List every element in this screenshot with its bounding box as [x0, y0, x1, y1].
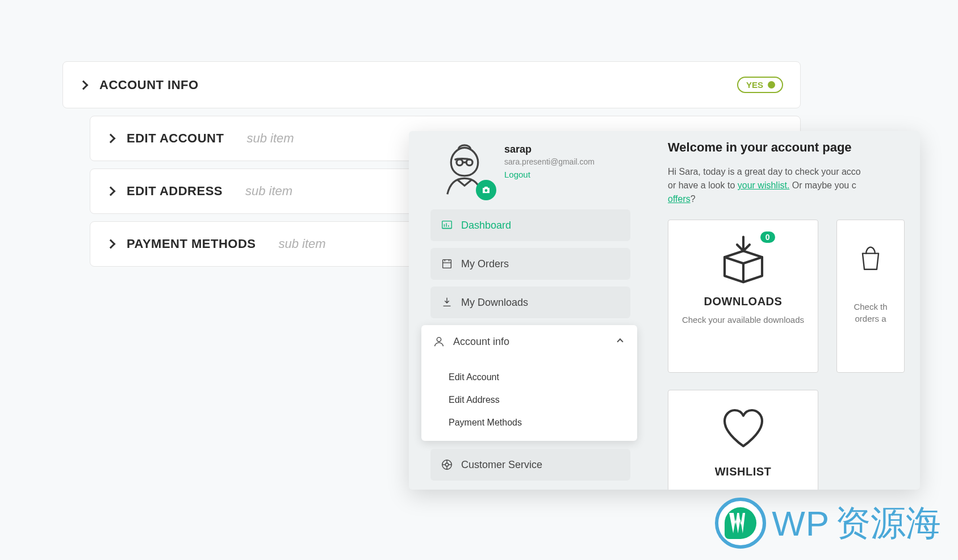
config-sub-title: PAYMENT METHODS	[127, 237, 256, 251]
logout-link[interactable]: Logout	[504, 170, 595, 179]
sidebar-item-label: My Orders	[461, 258, 509, 270]
sidebar-item-orders[interactable]: My Orders	[430, 248, 630, 280]
heart-icon	[718, 404, 768, 454]
config-sub-title: EDIT ACCOUNT	[127, 131, 224, 146]
card-sub: Check your available downloads	[682, 314, 804, 326]
profile-name: sarap	[504, 144, 595, 155]
welcome-title: Welcome in your account page	[668, 140, 918, 155]
svg-rect-9	[443, 260, 451, 268]
card-orders[interactable]: Check th orders a	[836, 220, 905, 373]
sub-item-suffix: sub item	[246, 131, 294, 146]
download-icon	[441, 296, 453, 309]
sub-item-suffix: sub item	[245, 184, 292, 199]
profile-email: sara.presenti@gmail.com	[504, 157, 595, 166]
card-wishlist-icon-wrap	[718, 404, 768, 456]
chevron-right-icon	[106, 187, 116, 196]
card-downloads[interactable]: 0 DOWNLOADS Check your available downloa…	[668, 220, 818, 373]
welcome-line1: Hi Sara, today is a great day to check y…	[668, 167, 861, 176]
sidebar-item-dashboard[interactable]: Dashboard	[430, 209, 630, 241]
sidebar-item-downloads[interactable]: My Downloads	[430, 287, 630, 318]
wishlist-link[interactable]: your wishlist.	[738, 180, 790, 190]
status-dot-icon	[768, 81, 775, 89]
card-title: WISHLIST	[715, 465, 772, 478]
welcome-qmark: ?	[691, 194, 696, 204]
bag-icon	[856, 234, 885, 284]
svg-point-0	[457, 159, 463, 166]
sidebar-item-label: Dashboard	[461, 220, 511, 231]
svg-point-12	[445, 463, 449, 466]
config-sub-left: EDIT ACCOUNT sub item	[107, 131, 294, 146]
submenu-payment-methods[interactable]: Payment Methods	[449, 411, 626, 434]
chevron-right-icon	[106, 134, 116, 144]
sidebar-item-account-info[interactable]: Account info Edit Account Edit Address P…	[421, 325, 637, 441]
sub-item-suffix: sub item	[279, 237, 326, 251]
sidebar-item-customer-service[interactable]: Customer Service	[430, 449, 630, 481]
sidebar-item-label: Customer Service	[461, 459, 542, 471]
svg-point-3	[485, 189, 488, 192]
chevron-right-icon	[79, 80, 89, 90]
config-sub-left: EDIT ADDRESS sub item	[107, 184, 292, 199]
svg-point-10	[437, 338, 441, 342]
submenu-edit-account[interactable]: Edit Account	[449, 366, 626, 389]
config-main-row[interactable]: ACCOUNT INFO YES	[62, 61, 801, 108]
card-orders-icon-wrap	[856, 234, 885, 286]
chevron-up-icon	[617, 338, 623, 344]
wp-logo-icon	[715, 498, 766, 549]
watermark-cn: 资源海	[835, 499, 941, 547]
avatar[interactable]	[434, 138, 495, 199]
welcome-text: Hi Sara, today is a great day to check y…	[668, 165, 918, 206]
config-sub-title: EDIT ADDRESS	[127, 184, 223, 199]
badge-yes-label: YES	[746, 80, 763, 90]
sidebar-item-label: My Downloads	[461, 297, 528, 309]
svg-rect-4	[442, 221, 452, 229]
camera-icon	[481, 185, 491, 195]
svg-point-1	[466, 159, 472, 166]
box-download-icon	[718, 234, 768, 284]
config-sub-left: PAYMENT METHODS sub item	[107, 237, 326, 251]
change-avatar-button[interactable]	[476, 180, 496, 200]
sidebar-item-label: Account info	[453, 336, 509, 348]
watermark: WP 资源海	[715, 498, 941, 549]
badge-yes[interactable]: YES	[737, 77, 783, 93]
offers-link[interactable]: offers	[668, 194, 691, 204]
card-wishlist[interactable]: WISHLIST	[668, 390, 818, 490]
card-sub-line2: orders a	[855, 314, 886, 323]
card-sub-line1: Check th	[854, 302, 887, 311]
profile-info: sarap sara.presenti@gmail.com Logout	[504, 138, 595, 179]
downloads-count-badge: 0	[760, 231, 775, 243]
dashboard-icon	[441, 219, 453, 231]
welcome-line2-pre: or have a look to	[668, 180, 738, 190]
config-main-left: ACCOUNT INFO	[80, 78, 199, 92]
card-sub: Check th orders a	[854, 301, 887, 325]
welcome-line2-post: Or maybe you c	[789, 180, 856, 190]
user-icon	[433, 335, 445, 348]
support-icon	[441, 458, 453, 471]
card-title: DOWNLOADS	[704, 295, 783, 308]
watermark-text: WP	[772, 503, 830, 544]
orders-icon	[441, 258, 453, 270]
config-main-title: ACCOUNT INFO	[99, 78, 199, 92]
profile-row: sarap sara.presenti@gmail.com Logout	[430, 137, 630, 209]
card-downloads-icon-wrap: 0	[718, 234, 768, 286]
account-preview-panel: sarap sara.presenti@gmail.com Logout Das…	[409, 131, 920, 490]
submenu-edit-address[interactable]: Edit Address	[449, 389, 626, 411]
chevron-right-icon	[106, 239, 116, 249]
